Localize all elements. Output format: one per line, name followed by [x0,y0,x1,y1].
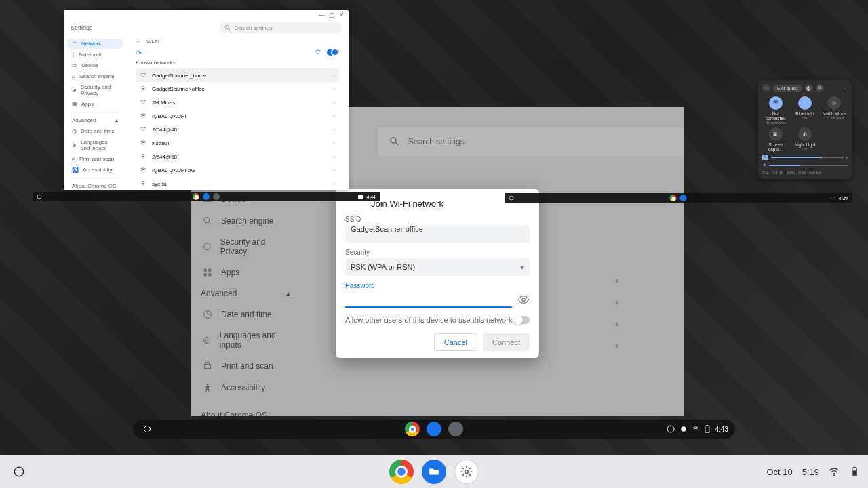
launcher-icon[interactable] [37,194,42,199]
chrome-icon[interactable] [193,193,199,200]
capture-icon: ▣ [773,131,778,137]
wifi-icon [692,426,699,432]
ssid-field[interactable]: GadgetScanner-office [345,225,530,243]
cancel-button[interactable]: Cancel [434,333,477,351]
moon-icon: ◐ [803,131,807,137]
files-icon[interactable] [427,422,441,436]
power-icon[interactable]: ⏻ [805,84,813,92]
settings-window-thumbnail[interactable]: — ▢ ✕ Settings Search settings Network ⌇… [64,10,349,190]
svg-point-27 [14,467,24,476]
notification-icon[interactable] [667,425,675,433]
svg-line-24 [229,28,230,30]
allow-toggle[interactable] [513,316,530,324]
nav-network[interactable]: Network [66,39,123,49]
settings-icon[interactable] [448,422,463,436]
wifi-network-row[interactable]: 2/544@50› [136,150,339,163]
svg-point-25 [37,195,41,199]
titlebar: — ▢ ✕ [64,10,349,20]
password-input[interactable] [345,291,512,308]
nav-apps[interactable]: ▦Apps [66,99,123,109]
wifi-network-row[interactable]: IQBAL QADRI› [136,109,339,123]
chevron-right-icon[interactable]: › [846,155,848,160]
tl-time: 4:44 [366,195,376,199]
nav-languages[interactable]: ⊕Languages and inputs [66,137,123,153]
bluetooth-icon: ⌇ [804,100,806,106]
eye-icon[interactable] [517,293,530,306]
chrome-icon[interactable] [670,195,677,201]
wifi-network-row[interactable]: JM Mines› [136,96,339,109]
search-icon [225,25,231,30]
minimize-icon[interactable]: — [319,12,325,18]
chevron-down-icon[interactable]: ⌄ [844,85,848,91]
files-icon[interactable] [680,195,687,201]
mid-time: 4:43 [715,426,728,433]
nav-datetime[interactable]: ◷Date and time [66,126,123,136]
back-icon[interactable]: ‹ [762,84,770,92]
security-select[interactable]: PSK (WPA or RSN)▾ [345,258,530,276]
battery-icon [849,466,860,477]
chrome-icon[interactable] [389,460,414,484]
brightness-slider[interactable]: ☀ [762,163,848,168]
gear-icon[interactable]: ⚙ [816,84,824,92]
breadcrumb[interactable]: ←Wi-Fi [136,39,339,45]
close-icon[interactable]: ✕ [339,12,344,18]
maximize-icon[interactable]: ▢ [329,12,335,18]
security-label: Security [345,249,530,256]
settings-icon[interactable] [454,460,479,484]
wifi-network-row[interactable]: syeda› [136,177,339,190]
exit-guest-button[interactable]: Exit guest [773,85,802,92]
nav-print[interactable]: ⎙Print and scan [66,154,123,164]
allow-label: Allow other users of this device to use … [345,316,512,324]
keyboard-icon [358,195,363,199]
tr-time: 4:39 [838,196,848,201]
nav-security[interactable]: ⊕Security and Privacy [66,82,123,98]
volume-slider[interactable]: 🔊› [762,155,848,160]
nav-bluetooth[interactable]: ⌇Bluetooth [66,49,123,60]
tl-mini-shelf: 4:44 [33,192,380,201]
search-input[interactable]: Search settings [220,22,342,33]
qs-notifications[interactable]: ◎NotificationsOn, all apps [821,96,848,125]
qs-capture[interactable]: ▣Screen captu... [762,127,789,152]
wifi-network-row[interactable]: GadgetScanner-office› [136,82,339,96]
wifi-network-row[interactable]: 2/544@40› [136,123,339,136]
wifi-network-row[interactable]: GadgetScanner_home› [136,68,339,82]
info-icon [680,426,687,432]
nav-search[interactable]: ⌕Search engine [66,71,123,81]
connect-button[interactable]: Connect [483,333,530,351]
svg-rect-31 [853,467,855,468]
qs-bluetooth[interactable]: ⌇BluetoothOn [791,96,818,125]
join-wifi-dialog: Join Wi-Fi network SSID GadgetScanner-of… [336,189,539,358]
qs-wifi[interactable]: Not connectedNo networks [762,96,789,125]
wifi-network-row[interactable]: Kothari› [136,136,339,150]
known-networks-header: Known networks [136,60,339,66]
svg-point-23 [226,26,229,29]
svg-point-17 [522,298,526,302]
nav-advanced[interactable]: Advanced▴ [66,115,123,125]
battery-icon [705,425,710,433]
tr-mini-shelf: 4:39 [505,193,852,203]
shelf-time: 5:19 [802,467,819,477]
nav-device[interactable]: ▭Device [66,60,123,70]
launcher-button[interactable] [8,461,30,483]
settings-icon[interactable] [213,193,220,200]
svg-point-28 [465,470,469,474]
nav-a11y[interactable]: ♿Accessibility [66,165,123,175]
svg-point-26 [509,196,513,200]
svg-point-19 [667,426,674,432]
ssid-label: SSID [345,216,530,223]
chrome-icon[interactable] [405,422,420,436]
main-shelf: Oct 10 5:19 [0,455,868,488]
files-icon[interactable] [422,460,446,484]
volume-icon: 🔊 [762,155,768,160]
qs-nightlight[interactable]: ◐Night LightOff [791,127,818,152]
launcher-icon[interactable] [140,422,155,436]
app-title: Settings [71,24,93,31]
system-tray[interactable]: Oct 10 5:19 [766,466,860,477]
files-icon[interactable] [203,193,210,200]
launcher-icon[interactable] [509,195,514,201]
wifi-icon [829,466,840,477]
nav-about[interactable]: About Chrome OS [66,181,123,190]
wifi-toggle[interactable] [327,49,339,56]
quick-settings-panel[interactable]: ‹ Exit guest ⏻ ⚙ ⌄ Not connectedNo netwo… [758,80,852,179]
wifi-network-row[interactable]: IQBAL QADRI 5G› [136,163,339,177]
